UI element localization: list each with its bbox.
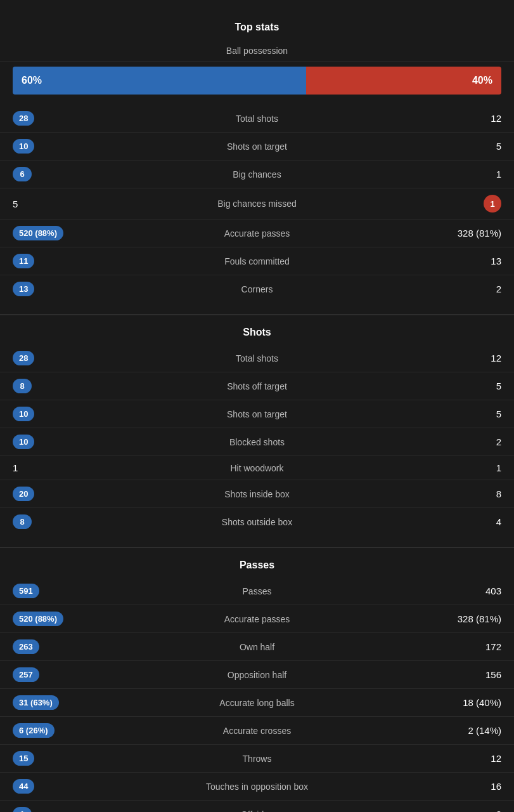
stat-right: 12 — [338, 353, 501, 363]
stat-right: 172 — [338, 641, 501, 652]
stat-right: 2 — [338, 284, 501, 294]
left-badge: 10 — [13, 435, 34, 449]
stat-label: Shots off target — [176, 381, 338, 391]
stat-left: 10 — [13, 139, 176, 154]
stat-label: Offsides — [176, 809, 338, 813]
right-value: 5 — [496, 409, 501, 419]
right-value: 328 (81%) — [458, 613, 501, 624]
left-badge: 28 — [13, 111, 34, 126]
stat-right: 5 — [338, 141, 501, 152]
possession-left-value: 60% — [22, 75, 42, 86]
stat-right: 1 — [338, 169, 501, 180]
stat-row: 20 Shots inside box 8 — [0, 480, 514, 508]
left-badge: 11 — [13, 254, 34, 268]
stat-left: 11 — [13, 254, 176, 268]
stat-row: 257 Opposition half 156 — [0, 661, 514, 689]
left-badge: 20 — [13, 487, 34, 501]
stat-label: Fouls committed — [176, 256, 338, 266]
right-value: 18 (40%) — [463, 697, 501, 708]
stat-label: Passes — [176, 586, 338, 596]
stat-left: 8 — [13, 514, 176, 529]
stat-label: Blocked shots — [176, 437, 338, 447]
stat-label: Shots inside box — [176, 489, 338, 499]
stat-label: Accurate long balls — [176, 698, 338, 708]
stat-row: 8 Shots outside box 4 — [0, 508, 514, 535]
right-value: 16 — [491, 781, 501, 792]
left-badge: 10 — [13, 139, 34, 154]
stat-left: 20 — [13, 487, 176, 501]
top-stats-title: Top stats — [0, 13, 514, 39]
left-badge: 520 (88%) — [13, 612, 63, 626]
stat-right: 16 — [338, 781, 501, 792]
right-value: 2 — [496, 284, 501, 294]
stat-row: 6 (26%) Accurate crosses 2 (14%) — [0, 717, 514, 745]
stat-left: 28 — [13, 351, 176, 365]
stat-label: Big chances missed — [176, 199, 338, 209]
stat-left: 5 — [13, 199, 176, 209]
shots-rows: 28 Total shots 12 8 Shots off target 5 1… — [0, 344, 514, 535]
stat-label: Hit woodwork — [176, 463, 338, 473]
stat-row: 1 Offsides 2 — [0, 801, 514, 812]
stat-row: 520 (88%) Accurate passes 328 (81%) — [0, 605, 514, 633]
stat-row: 5 Big chances missed 1 — [0, 188, 514, 219]
stat-right: 1 — [338, 462, 501, 473]
possession-left-bar: 60% — [13, 67, 306, 95]
left-badge: 44 — [13, 779, 34, 794]
stat-left: 520 (88%) — [13, 612, 176, 626]
page: Top stats Ball possession 60% 40% 28 Tot… — [0, 0, 514, 812]
left-badge: 10 — [13, 407, 34, 421]
stat-left: 10 — [13, 435, 176, 449]
right-value: 12 — [491, 353, 501, 363]
stat-row: 263 Own half 172 — [0, 633, 514, 661]
passes-section: Passes 591 Passes 403 520 (88%) Accurate… — [0, 551, 514, 812]
stat-label: Touches in opposition box — [176, 782, 338, 792]
stat-row: 10 Blocked shots 2 — [0, 428, 514, 456]
stat-right: 18 (40%) — [338, 697, 501, 708]
left-badge: 6 (26%) — [13, 723, 55, 738]
stat-left: 1 — [13, 807, 176, 812]
stat-right: 13 — [338, 256, 501, 266]
right-value: 2 — [496, 809, 501, 812]
left-badge: 263 — [13, 639, 39, 654]
stat-left: 520 (88%) — [13, 226, 176, 240]
stat-row: 10 Shots on target 5 — [0, 400, 514, 428]
divider-1 — [0, 314, 514, 315]
stat-left: 1 — [13, 462, 176, 473]
stat-row: 520 (88%) Accurate passes 328 (81%) — [0, 219, 514, 247]
possession-right-bar: 40% — [306, 67, 501, 95]
right-value: 2 (14%) — [468, 725, 501, 736]
right-value: 1 — [496, 169, 501, 180]
right-value: 172 — [485, 641, 501, 652]
right-value: 5 — [496, 141, 501, 152]
stat-right: 328 (81%) — [338, 613, 501, 624]
passes-title: Passes — [0, 551, 514, 577]
stat-left: 6 — [13, 167, 176, 181]
right-value: 13 — [491, 256, 501, 266]
shots-section: Shots 28 Total shots 12 8 Shots off targ… — [0, 318, 514, 540]
right-value: 5 — [496, 381, 501, 391]
stat-label: Accurate passes — [176, 228, 338, 239]
stat-left: 10 — [13, 407, 176, 421]
stat-left: 591 — [13, 584, 176, 598]
stat-left: 15 — [13, 751, 176, 766]
stat-label: Opposition half — [176, 670, 338, 680]
stat-right: 156 — [338, 669, 501, 680]
right-value: 328 (81%) — [458, 228, 501, 239]
stat-right: 4 — [338, 516, 501, 527]
left-badge: 257 — [13, 667, 39, 682]
stat-left: 6 (26%) — [13, 723, 176, 738]
stat-row: 11 Fouls committed 13 — [0, 247, 514, 275]
left-badge: 8 — [13, 514, 32, 529]
stat-right: 12 — [338, 753, 501, 764]
stat-right: 2 — [338, 809, 501, 812]
stat-label: Throws — [176, 754, 338, 764]
left-badge: 520 (88%) — [13, 226, 63, 240]
stat-left: 8 — [13, 379, 176, 393]
stat-label: Own half — [176, 642, 338, 652]
stat-left: 31 (63%) — [13, 695, 176, 710]
stat-row: 591 Passes 403 — [0, 577, 514, 605]
stat-label: Shots on target — [176, 409, 338, 419]
stat-right: 2 (14%) — [338, 725, 501, 736]
right-value: 403 — [485, 586, 501, 596]
stat-right: 5 — [338, 409, 501, 419]
